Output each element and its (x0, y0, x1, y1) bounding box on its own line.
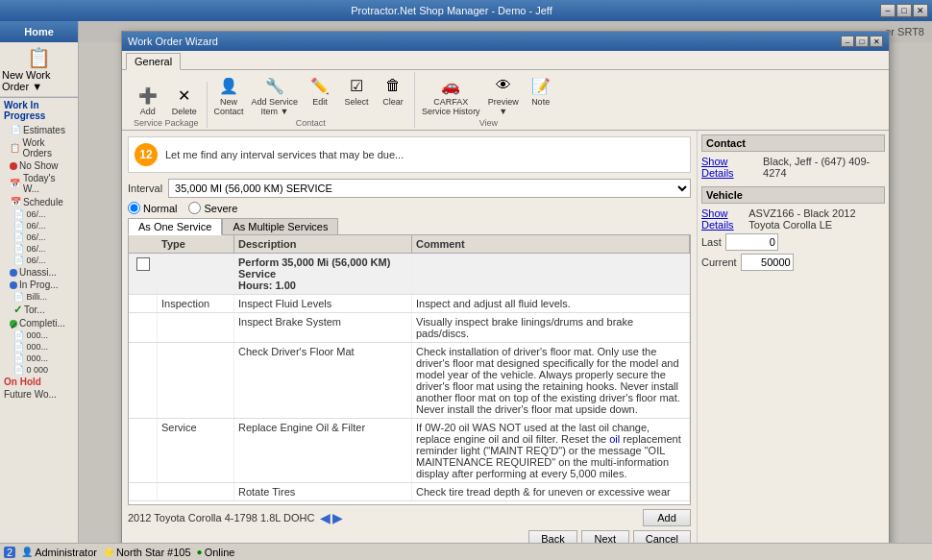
last-field-row: Last (701, 233, 885, 251)
schedule-icon: 📅 (10, 196, 21, 207)
tab-as-one-service[interactable]: As One Service (128, 218, 222, 235)
close-button[interactable]: ✕ (913, 4, 928, 17)
clear-label: Clear (382, 97, 404, 107)
wizard-step-number: 12 (135, 143, 158, 166)
vehicle-name-value: ASVZ166 - Black 2012 Toyota Corolla LE (748, 207, 885, 231)
completi-dot: ✓ (10, 320, 17, 328)
dialog-close-btn[interactable]: ✕ (870, 36, 883, 47)
sidebar-item-06-4[interactable]: 📄 06/... (0, 243, 78, 255)
row-desc-5: Replace Engine Oil & Filter (234, 419, 412, 482)
dialog-maximize-btn[interactable]: □ (855, 36, 869, 47)
sidebar-item-work-orders[interactable]: 📋 Work Orders (0, 136, 78, 159)
col-description: Description (234, 235, 412, 253)
interval-select[interactable]: 35,000 MI (56,000 KM) SERVICE (168, 179, 691, 198)
sidebar-item-inprog[interactable]: In Prog... (0, 279, 78, 291)
radio-severe-label[interactable]: Severe (188, 202, 237, 214)
sidebar-item-000-4[interactable]: 📄 0 000 (0, 364, 78, 376)
tab-general[interactable]: General (126, 53, 181, 70)
last-input[interactable] (725, 233, 778, 251)
checkbox-1[interactable] (136, 257, 150, 271)
add-service-button[interactable]: Add (643, 509, 691, 526)
maximize-button[interactable]: □ (896, 4, 912, 17)
row-type-2: Inspection (158, 295, 234, 312)
table-row: Perform 35,000 Mi (56,000 KM) ServiceHou… (129, 254, 690, 295)
sidebar-item-no-show[interactable]: No Show (0, 159, 78, 172)
radio-row: Normal Severe (128, 202, 691, 214)
note-button[interactable]: 📝 Note (524, 72, 558, 118)
note-icon: 📝 (531, 74, 551, 97)
current-field-row: Current (701, 254, 885, 271)
next-arrow[interactable]: ▶ (332, 510, 343, 525)
row-type-1 (158, 254, 234, 294)
table-header: Type Description Comment (129, 235, 690, 254)
tab-as-multiple-services[interactable]: As Multiple Services (222, 218, 338, 234)
row-check-6 (129, 483, 158, 500)
status-online: ● Online (197, 547, 235, 558)
row-desc-2: Inspect Fluid Levels (234, 295, 412, 312)
contact-header: Contact (701, 134, 885, 152)
status-shop-text: North Star #105 (116, 547, 191, 558)
add-button[interactable]: ➕ Add (131, 82, 165, 118)
select-button[interactable]: ☑ Select (339, 72, 374, 118)
sidebar-item-billi[interactable]: 📄 Billi... (0, 291, 78, 303)
sidebar-section-wip[interactable]: Work In Progress (0, 97, 78, 123)
radio-severe-input[interactable] (188, 202, 201, 214)
radio-normal-input[interactable] (128, 202, 140, 214)
vehicle-row-1: Show Details ASVZ166 - Black 2012 Toyota… (701, 207, 885, 231)
work-orders-icon: 📋 (10, 142, 20, 154)
dialog-title-buttons: – □ ✕ (841, 36, 883, 47)
sidebar-item-on-hold[interactable]: On Hold (0, 376, 78, 388)
row-desc-3: Inspect Brake System (234, 313, 412, 342)
current-input[interactable] (741, 254, 794, 271)
carfax-button[interactable]: 🚗 CARFAXService History (419, 72, 483, 118)
select-icon: ☑ (350, 74, 363, 97)
clear-button[interactable]: 🗑 Clear (376, 72, 410, 118)
prev-arrow[interactable]: ◀ (320, 510, 331, 525)
app-title: Protractor.Net Shop Manager - Demo - Jef… (23, 5, 880, 16)
ribbon: General ➕ Add ✕ Delete Servi (122, 51, 889, 131)
sidebar-home[interactable]: Home (0, 21, 78, 42)
view-group-label: View (476, 118, 502, 128)
sidebar-item-future-wo[interactable]: Future Wo... (0, 388, 78, 401)
sidebar-item-000-3[interactable]: 📄 000... (0, 353, 78, 364)
sidebar-item-unassi[interactable]: Unassi... (0, 266, 78, 279)
edit-button[interactable]: ✏️ Edit (303, 72, 337, 118)
note-label: Note (531, 97, 550, 107)
sidebar-item-todays[interactable]: 📅 Today's W... (0, 172, 78, 195)
sidebar: Home 📋 New Work Order ▼ Work In Progress… (0, 21, 79, 560)
shop-icon: ⭐ (103, 547, 114, 557)
vehicle-info-text: 2012 Toyota Corolla 4-1798 1.8L DOHC (128, 512, 314, 523)
new-contact-button[interactable]: 👤 NewContact (211, 72, 247, 118)
preview-button[interactable]: 👁 Preview▼ (485, 72, 522, 118)
sidebar-item-completi[interactable]: ✓ Completi... (0, 317, 78, 329)
delete-icon: ✕ (178, 84, 190, 107)
new-work-order-label: New Work Order ▼ (2, 69, 76, 92)
add-icon: ➕ (138, 84, 158, 107)
minimize-button[interactable]: – (880, 4, 895, 17)
dialog-minimize-btn[interactable]: – (841, 36, 854, 47)
show-details-contact-link[interactable]: Show Details (701, 156, 759, 179)
delete-button[interactable]: ✕ Delete (167, 82, 202, 118)
table-row: Inspection Inspect Fluid Levels Inspect … (129, 295, 690, 313)
sidebar-item-06-2[interactable]: 📄 06/... (0, 220, 78, 231)
add-service-item-button[interactable]: 🔧 Add ServiceItem ▼ (249, 72, 302, 118)
show-details-vehicle-link[interactable]: Show Details (701, 207, 745, 231)
row-check-1[interactable] (129, 254, 158, 294)
no-show-dot (10, 162, 17, 170)
new-work-order-button[interactable]: 📋 New Work Order ▼ (0, 42, 78, 97)
radio-normal-label[interactable]: Normal (128, 202, 177, 214)
sidebar-item-06-1[interactable]: 📄 06/... (0, 208, 78, 220)
sidebar-item-estimates[interactable]: 📄 Estimates (0, 123, 78, 136)
interval-row: Interval 35,000 MI (56,000 KM) SERVICE (128, 179, 691, 198)
row-type-3 (158, 313, 234, 342)
col-check (129, 235, 158, 253)
wizard-header: 12 Let me find any interval services tha… (128, 136, 691, 173)
preview-label: Preview▼ (488, 97, 519, 116)
sidebar-item-06-5[interactable]: 📄 06/... (0, 255, 78, 266)
row-type-6 (158, 483, 234, 500)
estimates-icon: 📄 (10, 124, 21, 135)
sidebar-item-tor[interactable]: ✓ Tor... (0, 303, 78, 317)
sidebar-item-000-2[interactable]: 📄 000... (0, 341, 78, 353)
sidebar-item-06-3[interactable]: 📄 06/... (0, 231, 78, 243)
sidebar-item-schedule[interactable]: 📅 Schedule (0, 195, 78, 208)
